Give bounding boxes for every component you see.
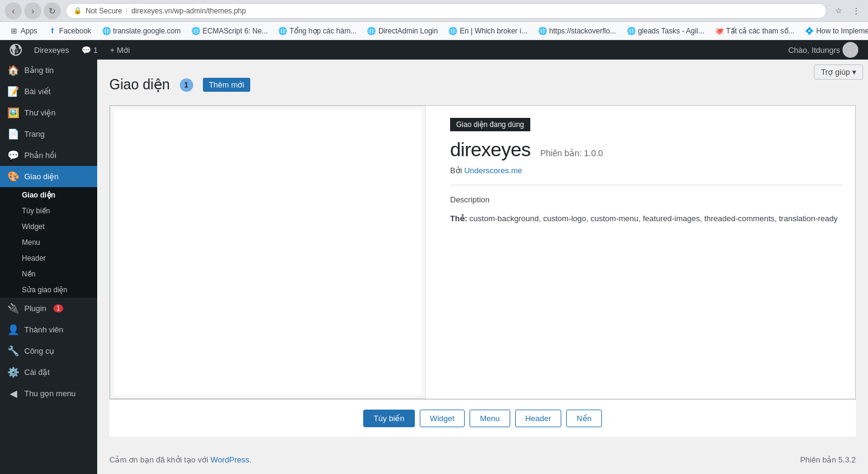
submenu-menu-label: Menu [22,238,40,247]
submenu-customize[interactable]: Tùy biến [0,203,97,219]
bookmark-broker[interactable]: 🌐 En | Which broker i... [444,25,532,37]
dashboard-icon: 🏠 [7,64,19,76]
facebook-icon: f [48,27,56,35]
widget-button[interactable]: Widget [420,410,465,427]
address-bar[interactable]: 🔒 Not Secure | direxeyes.vn/wp-admin/the… [66,3,827,19]
help-label: Trợ giúp ▾ [821,67,856,77]
sidebar-item-collapse-label: Thu gọn menu [24,389,76,398]
stackoverflow-icon: 🌐 [538,27,547,35]
theme-version: Phiên bản: 1.0.0 [540,148,603,158]
sidebar-item-media-label: Thư viện [24,108,55,117]
bookmark-tonghop[interactable]: 🌐 Tổng hợp các hàm... [274,25,361,37]
themes-area: Giao diện đang dùng direxeyes Phiên bản:… [109,105,856,399]
header-button[interactable]: Header [515,410,562,427]
star-button[interactable]: ☆ [832,4,846,18]
broker-icon: 🌐 [449,27,457,35]
help-button[interactable]: Trợ giúp ▾ [814,64,863,80]
sidebar-item-settings-label: Cài đặt [24,368,50,377]
submenu-header-label: Header [22,254,46,263]
bookmark-stackoverflow[interactable]: 🌐 https://stackoverflo... [533,25,621,37]
footer-thanks-text: Cảm ơn bạn đã khởi tạo với [109,455,208,464]
sidebar-item-media[interactable]: 🖼️ Thư viện [0,102,97,123]
customize-button[interactable]: Tùy biến [363,410,415,427]
sidebar-item-comments[interactable]: 💬 Phản hồi [0,145,97,166]
greeting-text: Chào, Itdungrs [788,46,840,55]
url-text: direxeyes.vn/wp-admin/themes.php [131,7,246,15]
bookmark-apps[interactable]: ⊞ Apps [5,25,42,37]
footer-version: Phiên bản 5.3.2 [800,455,856,464]
bookmark-facebook[interactable]: f Facebook [43,25,96,37]
sidebar-item-users[interactable]: 👤 Thành viên [0,319,97,340]
author-link[interactable]: Underscores.me [464,166,522,175]
posts-icon: 📝 [7,86,19,97]
bookmark-ecmascript[interactable]: 🌐 ECMAScript 6: Ne... [186,25,272,37]
footer-wp-link[interactable]: WordPress [211,455,250,464]
tags-values: custom-background, custom-logo, custom-m… [470,214,838,223]
sidebar-item-collapse[interactable]: ◀ Thu gọn menu [0,383,97,404]
bookmark-gleads-label: gleads Tasks - Agil... [638,27,704,35]
bookmark-github[interactable]: 🐙 Tất cả các tham số... [710,25,799,37]
submenu-appearance[interactable]: Giao diện [0,187,97,203]
bookmark-gleads[interactable]: 🌐 gleads Tasks - Agil... [622,25,709,37]
theme-tags: Thẻ: custom-background, custom-logo, cus… [450,214,843,223]
protocol-label: Not Secure [86,7,122,15]
add-new-button[interactable]: Thêm mới [203,78,251,92]
sidebar-item-dashboard[interactable]: 🏠 Bảng tin [0,60,97,81]
reload-button[interactable]: ↻ [44,2,61,19]
plugins-badge: 1 [53,304,63,312]
main-footer: Cảm ơn bạn đã khởi tạo với WordPress. Ph… [97,449,868,470]
bookmark-howto[interactable]: 💠 How to Implement... [801,25,868,37]
directadmin-icon: 🌐 [367,27,376,35]
forward-button[interactable]: › [24,2,41,19]
bookmark-broker-label: En | Which broker i... [460,27,527,35]
submenu-header[interactable]: Header [0,250,97,266]
wp-admin-bar-right: Chào, Itdungrs [788,42,863,58]
wp-admin-bar-left: Direxeyes 💬 1 + Mới [5,40,135,60]
submenu-edit-theme-label: Sửa giao diện [22,286,67,294]
wp-new-item[interactable]: + Mới [105,40,135,60]
submenu-widget-label: Widget [22,222,44,231]
background-button[interactable]: Nền [566,410,602,427]
sidebar-item-appearance[interactable]: 🎨 Giao diện [0,166,97,187]
theme-description: Description [450,185,843,204]
wp-comments-item[interactable]: 💬 1 [77,40,103,60]
github-icon: 🐙 [715,27,723,35]
bookmark-directadmin[interactable]: 🌐 DirectAdmin Login [363,25,443,37]
appearance-submenu: Giao diện Tùy biến Widget Menu Header Nề… [0,187,97,298]
theme-name-row: direxeyes Phiên bản: 1.0.0 [450,139,843,161]
wp-logo-icon [10,44,22,56]
submenu-edit-theme[interactable]: Sửa giao diện [0,282,97,298]
sidebar: 🏠 Bảng tin 📝 Bài viết 🖼️ Thư viện 📄 Tran… [0,60,97,474]
submenu-background[interactable]: Nền [0,266,97,282]
menu-button[interactable]: Menu [470,410,510,427]
theme-preview [110,106,426,399]
sidebar-item-pages-label: Trang [24,129,44,139]
back-button[interactable]: ‹ [5,2,22,19]
bookmark-stackoverflow-label: https://stackoverflo... [549,27,616,35]
wp-logo-item[interactable] [5,40,27,60]
submenu-menu[interactable]: Menu [0,235,97,250]
menu-button[interactable]: ⋮ [849,4,863,18]
tools-icon: 🔧 [7,345,19,357]
sidebar-item-plugins[interactable]: 🔌 Plugin 1 [0,298,97,319]
wp-layout: 🏠 Bảng tin 📝 Bài viết 🖼️ Thư viện 📄 Tran… [0,60,868,474]
sidebar-item-settings[interactable]: ⚙️ Cài đặt [0,362,97,383]
main-content: Trợ giúp ▾ Giao diện 1 Thêm mới Giao diệ… [97,60,868,474]
sidebar-item-pages[interactable]: 📄 Trang [0,123,97,145]
users-icon: 👤 [7,324,19,335]
page-title: Giao diện [109,77,170,93]
bookmark-translate[interactable]: 🌐 translate.google.com [97,25,185,37]
wp-site-name[interactable]: Direxeyes [29,40,74,60]
main-inner: Giao diện 1 Thêm mới Giao diện đang dùng… [97,64,868,449]
themes-count-badge: 1 [180,78,193,92]
bookmark-github-label: Tất cả các tham số... [726,27,794,35]
sidebar-item-plugins-label: Plugin [24,304,46,313]
sidebar-item-tools-label: Công cụ [24,346,54,355]
wp-site-name-label: Direxeyes [34,46,69,55]
sidebar-item-tools[interactable]: 🔧 Công cụ [0,340,97,362]
comments-count: 1 [94,46,98,55]
sidebar-item-posts[interactable]: 📝 Bài viết [0,81,97,102]
howto-icon: 💠 [805,27,814,35]
submenu-widget[interactable]: Widget [0,219,97,235]
bookmark-apps-label: Apps [21,27,37,35]
